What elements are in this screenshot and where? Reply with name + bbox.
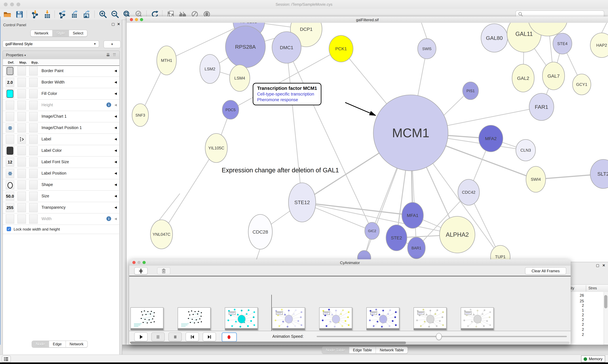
tab-node-table[interactable]: Node Table — [322, 347, 349, 353]
property-row-height[interactable]: Heighti◀ — [3, 100, 119, 111]
close-table-icon[interactable]: ✕ — [602, 264, 605, 267]
export-network-button[interactable] — [58, 10, 68, 19]
def-cell[interactable] — [6, 169, 14, 178]
table-col-connectivity[interactable]: ity — [571, 286, 574, 290]
map-cell[interactable] — [17, 135, 26, 144]
def-cell[interactable] — [6, 135, 14, 144]
discrete-mapping-icon[interactable] — [18, 136, 25, 143]
byp-cell[interactable] — [29, 169, 38, 178]
default-value[interactable]: 255 — [6, 205, 13, 210]
def-cell[interactable] — [6, 180, 14, 189]
def-cell[interactable]: 12 — [6, 157, 14, 167]
def-cell[interactable] — [6, 66, 14, 76]
pause-button[interactable] — [151, 332, 165, 341]
panel-divider[interactable] — [0, 16, 1, 345]
timeline-frame-3-thumbnail[interactable] — [225, 307, 258, 330]
map-cell[interactable] — [17, 192, 26, 201]
expand-arrow-icon[interactable]: ◀ — [114, 80, 117, 84]
animation-speed-slider[interactable] — [317, 336, 567, 337]
expand-arrow-icon[interactable]: ◀ — [114, 206, 117, 209]
map-cell[interactable] — [17, 112, 26, 121]
default-swatch[interactable] — [7, 90, 13, 98]
expand-arrow-icon[interactable]: ◀ — [114, 183, 117, 186]
info-icon[interactable]: i — [106, 216, 111, 221]
property-row-label-color[interactable]: Label Color◀ — [3, 145, 119, 156]
timeline-frame-8-thumbnail[interactable] — [461, 307, 494, 330]
style-options-button[interactable]: ▼ — [104, 40, 121, 48]
ellipse-shape-icon[interactable] — [6, 181, 14, 189]
tab-node[interactable]: Node — [32, 341, 49, 347]
open-session-button[interactable] — [2, 10, 12, 19]
property-row-border-paint[interactable]: Border Paint◀ — [3, 65, 119, 77]
float-table-icon[interactable]: ▢ — [596, 264, 599, 267]
map-cell[interactable] — [17, 146, 26, 155]
timeline-frame-5-thumbnail[interactable] — [319, 307, 352, 330]
tab-style[interactable]: Style — [53, 30, 69, 36]
def-cell[interactable]: 2.0 — [6, 78, 14, 87]
expand-arrow-icon[interactable]: ◀ — [114, 137, 117, 141]
expand-arrow-icon[interactable]: ◀ — [114, 103, 117, 106]
property-row-label-position[interactable]: Label Position◀ — [3, 168, 119, 179]
def-cell[interactable] — [6, 112, 14, 121]
column-divider[interactable] — [586, 285, 586, 292]
default-value[interactable]: 12 — [8, 160, 12, 164]
tab-edge[interactable]: Edge — [49, 341, 66, 347]
expand-arrow-icon[interactable]: ◀ — [114, 149, 117, 152]
expand-arrow-icon[interactable]: ◀ — [114, 92, 117, 95]
export-image-button[interactable] — [82, 10, 92, 19]
tab-network-bottom[interactable]: Network — [66, 341, 87, 347]
property-row-fill-color[interactable]: Fill Color◀ — [3, 88, 119, 100]
byp-cell[interactable] — [29, 123, 38, 132]
timeline-frame-6-thumbnail[interactable] — [366, 307, 399, 330]
property-row-image-chart-position-1[interactable]: Image/Chart Position 1◀ — [3, 122, 119, 134]
property-row-size[interactable]: 50.0Size◀ — [3, 191, 119, 202]
properties-dropdown-icon[interactable]: ▾ — [24, 54, 26, 57]
stop-button[interactable] — [168, 332, 182, 341]
map-cell[interactable] — [17, 214, 26, 224]
zoom-out-button[interactable] — [110, 10, 120, 19]
byp-cell[interactable] — [29, 66, 38, 76]
save-session-button[interactable] — [14, 10, 24, 19]
export-table-button[interactable] — [70, 10, 80, 19]
timeline-scrollbar-thumb[interactable] — [130, 341, 406, 344]
timeline-frame-1-thumbnail[interactable] — [130, 307, 163, 330]
table-scrollbar-thumb[interactable] — [604, 295, 607, 308]
expand-arrow-icon[interactable]: ◀ — [114, 115, 117, 118]
byp-cell[interactable] — [29, 157, 38, 167]
tab-network-table[interactable]: Network Table — [376, 347, 408, 353]
timeline-frame-7-thumbnail[interactable] — [414, 307, 446, 330]
map-cell[interactable] — [17, 78, 26, 87]
float-panel-icon[interactable]: ▢ — [111, 23, 115, 26]
annotation-box[interactable]: Transcription factor MCM1 Cell-type-spec… — [253, 83, 321, 105]
memory-button[interactable]: Memory — [581, 355, 605, 363]
import-network-button[interactable] — [30, 10, 40, 19]
expand-arrow-icon[interactable]: ◀ — [114, 160, 117, 164]
def-cell[interactable] — [6, 123, 14, 132]
task-history-button[interactable] — [2, 356, 11, 363]
expand-arrow-icon[interactable]: ◀ — [114, 126, 117, 129]
default-value[interactable]: 50.0 — [6, 194, 14, 199]
byp-cell[interactable] — [29, 180, 38, 189]
timeline-frame-2-thumbnail[interactable] — [178, 307, 211, 330]
byp-cell[interactable] — [29, 146, 38, 155]
lock-checkbox[interactable]: ✓ — [7, 227, 11, 231]
import-table-button[interactable] — [42, 10, 52, 19]
last-frame-button[interactable] — [203, 332, 216, 341]
clear-all-frames-button[interactable]: Clear All Frames — [525, 267, 566, 274]
map-cell[interactable] — [17, 123, 26, 132]
expand-arrow-icon[interactable]: ◀ — [114, 194, 117, 198]
map-cell[interactable] — [17, 180, 26, 189]
tab-select[interactable]: Select — [69, 30, 87, 36]
property-row-label[interactable]: Label◀ — [3, 134, 119, 145]
zoom-in-button[interactable] — [98, 10, 108, 19]
byp-cell[interactable] — [29, 203, 38, 212]
style-selector-dropdown[interactable]: galFiltered Style ▼ — [2, 40, 99, 47]
record-button[interactable] — [222, 332, 237, 342]
def-cell[interactable] — [6, 146, 14, 155]
property-row-label-font-size[interactable]: 12Label Font Size◀ — [3, 156, 119, 168]
search-input[interactable] — [524, 12, 601, 17]
animation-speed-slider-thumb[interactable] — [436, 333, 442, 340]
byp-cell[interactable] — [29, 89, 38, 98]
def-cell[interactable] — [6, 101, 14, 110]
default-swatch[interactable] — [7, 147, 13, 155]
